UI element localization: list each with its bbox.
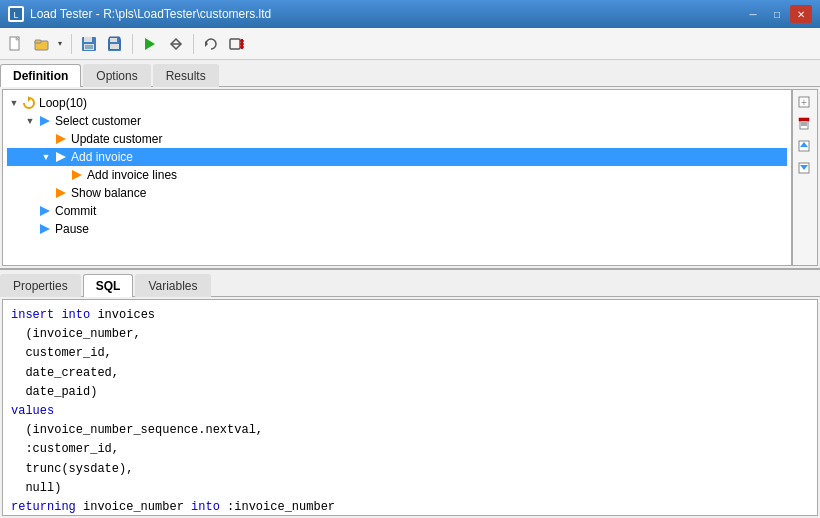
sep3 [193,34,194,54]
toolbar: ▾ [0,28,820,60]
expand-icon-commit: ▶ [23,204,37,218]
tree-item-add-invoice[interactable]: ▼ Add invoice [7,148,787,166]
update-icon [53,131,69,147]
tree-item-update[interactable]: ▶ Update customer [7,130,787,148]
loop-icon [21,95,37,111]
sql-line-6: values [11,402,809,421]
expand-icon-add-invoice: ▼ [39,150,53,164]
tree-label-pause: Pause [55,222,89,236]
compile-button[interactable] [225,32,249,56]
svg-marker-24 [40,116,50,126]
svg-text:L: L [13,10,18,20]
add-item-side-button[interactable]: + [795,92,815,112]
save-button[interactable] [77,32,101,56]
commit-icon [37,203,53,219]
tab-results[interactable]: Results [153,64,219,87]
tree-label-add-invoice-lines: Add invoice lines [87,168,177,182]
tab-definition[interactable]: Definition [0,64,81,87]
bottom-panel: Properties SQL Variables insert into inv… [0,270,820,518]
svg-text:+: + [801,97,807,108]
expand-icon-update: ▶ [39,132,53,146]
move-down-side-button[interactable] [795,158,815,178]
add-invoice-icon [53,149,69,165]
tree-item-pause[interactable]: ▶ Pause [7,220,787,238]
svg-rect-5 [35,40,41,43]
sep2 [132,34,133,54]
sql-line-8: :customer_id, [11,440,809,459]
sql-line-7: (invoice_number_sequence.nextval, [11,421,809,440]
svg-marker-23 [28,96,31,102]
open-arrow-button[interactable]: ▾ [54,32,66,56]
add-invoice-lines-icon [69,167,85,183]
sql-line-10: null) [11,479,809,498]
tree-item-select[interactable]: ▼ Select customer [7,112,787,130]
tree-label-loop: Loop(10) [39,96,87,110]
minimize-button[interactable]: ─ [742,5,764,23]
app-icon: L [8,6,24,22]
sql-line-11: returning invoice_number into :invoice_n… [11,498,809,516]
top-panel: Definition Options Results ▼ Loop(10) [0,60,820,270]
tab-options[interactable]: Options [83,64,150,87]
svg-marker-26 [56,152,66,162]
tree-label-commit: Commit [55,204,96,218]
svg-marker-28 [56,188,66,198]
definition-tab-bar: Definition Options Results [0,60,820,87]
move-up-side-button[interactable] [795,136,815,156]
sql-editor[interactable]: insert into invoices (invoice_number, cu… [2,299,818,516]
svg-marker-27 [72,170,82,180]
main-area: Definition Options Results ▼ Loop(10) [0,60,820,518]
tree-label-update: Update customer [71,132,162,146]
svg-rect-18 [230,39,240,49]
run-button[interactable] [138,32,162,56]
tab-properties[interactable]: Properties [0,274,81,297]
select-icon [37,113,53,129]
sep1 [71,34,72,54]
new-button[interactable] [4,32,28,56]
maximize-button[interactable]: □ [766,5,788,23]
pause-icon [37,221,53,237]
side-toolbar: + [792,89,818,266]
tree-label-add-invoice: Add invoice [71,150,133,164]
svg-marker-14 [145,38,155,50]
tree-item-commit[interactable]: ▶ Commit [7,202,787,220]
expand-icon-add-invoice-lines: ▶ [55,168,69,182]
close-button[interactable]: ✕ [790,5,812,23]
top-panel-content: ▼ Loop(10) ▼ [0,87,820,268]
svg-marker-29 [40,206,50,216]
svg-marker-30 [40,224,50,234]
open-button[interactable] [30,32,54,56]
svg-marker-25 [56,134,66,144]
sql-line-3: customer_id, [11,344,809,363]
sql-line-5: date_paid) [11,383,809,402]
refresh-button[interactable] [199,32,223,56]
sql-tab-bar: Properties SQL Variables [0,270,820,297]
tree-item-loop[interactable]: ▼ Loop(10) [7,94,787,112]
expand-icon-loop: ▼ [7,96,21,110]
tab-sql[interactable]: SQL [83,274,134,297]
tree-label-select: Select customer [55,114,141,128]
window-title: Load Tester - R:\pls\LoadTester\customer… [30,7,742,21]
expand-icon-select: ▼ [23,114,37,128]
tree-label-show-balance: Show balance [71,186,146,200]
tree-item-show-balance[interactable]: ▶ Show balance [7,184,787,202]
window-controls: ─ □ ✕ [742,5,812,23]
sql-line-2: (invoice_number, [11,325,809,344]
svg-rect-12 [110,38,117,42]
expand-icon-show-balance: ▶ [39,186,53,200]
title-bar: L Load Tester - R:\pls\LoadTester\custom… [0,0,820,28]
show-balance-icon [53,185,69,201]
tab-variables[interactable]: Variables [135,274,210,297]
sql-line-1: insert into invoices [11,306,809,325]
stop-button[interactable] [164,32,188,56]
tree-area[interactable]: ▼ Loop(10) ▼ [2,89,792,266]
sql-line-4: date_created, [11,364,809,383]
svg-rect-34 [799,118,809,121]
svg-rect-9 [85,45,93,49]
expand-icon-pause: ▶ [23,222,37,236]
sql-line-9: trunc(sysdate), [11,460,809,479]
open-dropdown-group: ▾ [30,32,66,56]
svg-rect-7 [84,37,92,42]
save-all-button[interactable] [103,32,127,56]
tree-item-add-invoice-lines[interactable]: ▶ Add invoice lines [7,166,787,184]
remove-item-side-button[interactable] [795,114,815,134]
